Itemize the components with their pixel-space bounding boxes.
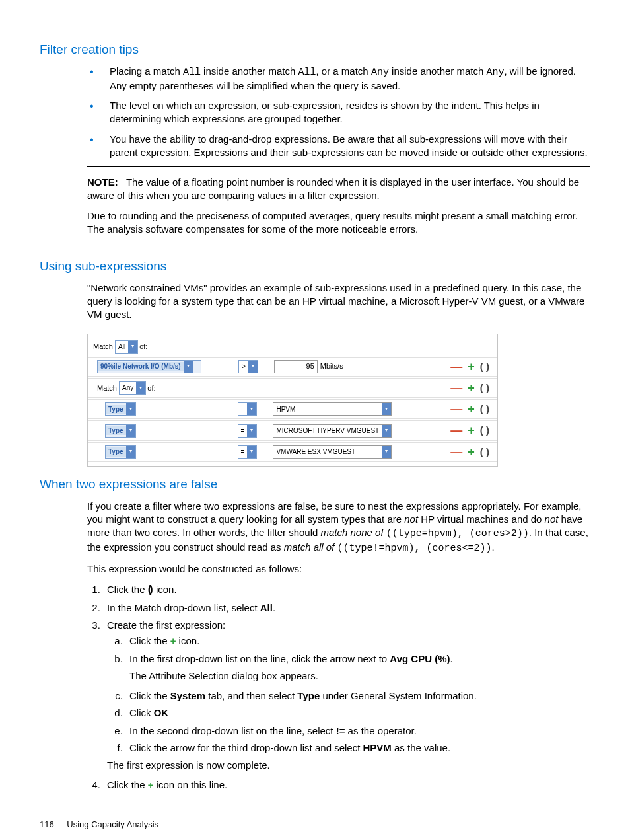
group-icon[interactable]: ( ): [480, 360, 489, 373]
subexpr-intro: "Network constrained VMs" provides an ex…: [87, 282, 590, 322]
chevron-down-icon: ▾: [247, 446, 256, 458]
step-item: Click the ( ) icon.: [103, 582, 590, 597]
field-dropdown[interactable]: Type▾: [105, 424, 136, 438]
substep-item: Click OK: [125, 706, 590, 720]
group-icon[interactable]: ( ): [480, 424, 489, 437]
remove-icon[interactable]: —: [450, 359, 462, 375]
add-icon[interactable]: +: [468, 444, 475, 460]
page-number: 116: [40, 819, 54, 831]
value-dropdown[interactable]: MICROSOFT HYPERV VMGUEST▾: [273, 424, 392, 438]
chevron-down-icon: ▾: [382, 425, 391, 437]
value-input[interactable]: 95: [274, 360, 318, 373]
tip-item: The level on which an expression, or sub…: [87, 99, 590, 126]
heading-two-false: When two expressions are false: [40, 476, 590, 493]
substeps-list: Click the + icon. In the first drop-down…: [107, 634, 590, 755]
operator-dropdown[interactable]: =▾: [238, 424, 258, 438]
step-item: Click the + icon on this line.: [103, 779, 590, 792]
chevron-down-icon: ▾: [136, 382, 145, 394]
field-dropdown[interactable]: Type▾: [105, 402, 136, 416]
chevron-down-icon: ▾: [126, 446, 135, 458]
heading-subexpr: Using sub-expressions: [40, 258, 590, 275]
substep-item: Click the + icon.: [125, 634, 590, 648]
field-dropdown[interactable]: Type▾: [105, 445, 136, 459]
tips-list: Placing a match All inside another match…: [87, 65, 590, 160]
value-dropdown[interactable]: HPVM▾: [273, 402, 392, 416]
chevron-down-icon: ▾: [382, 446, 391, 458]
chevron-down-icon: ▾: [128, 341, 137, 353]
heading-filter-tips: Filter creation tips: [40, 41, 590, 58]
match-dropdown[interactable]: Any▾: [119, 381, 146, 395]
remove-icon[interactable]: —: [450, 422, 462, 438]
substep-item: In the second drop-down list on the line…: [125, 724, 590, 738]
value-dropdown[interactable]: VMWARE ESX VMGUEST▾: [273, 445, 392, 459]
operator-dropdown[interactable]: =▾: [238, 402, 258, 416]
operator-dropdown[interactable]: =▾: [238, 445, 258, 459]
page-footer: 116 Using Capacity Analysis: [40, 819, 590, 831]
steps-list: Click the ( ) icon. In the Match drop-do…: [87, 582, 590, 792]
substep-item: Click the arrow for the third drop-down …: [125, 742, 590, 755]
match-dropdown[interactable]: All▾: [115, 340, 138, 354]
operator-dropdown[interactable]: >▾: [238, 360, 258, 373]
add-icon[interactable]: +: [468, 380, 475, 396]
step-item: Create the first expression: Click the +…: [103, 619, 590, 772]
group-icon[interactable]: ( ): [480, 402, 489, 416]
group-icon[interactable]: ( ): [480, 445, 489, 459]
two-false-intro: If you create a filter where two express…: [87, 500, 590, 556]
chevron-down-icon: ▾: [247, 425, 256, 437]
remove-icon[interactable]: —: [450, 401, 462, 417]
chevron-down-icon: ▾: [126, 403, 135, 415]
add-icon[interactable]: +: [468, 422, 475, 438]
remove-icon[interactable]: —: [450, 380, 462, 396]
note-box: NOTE: The value of a floating point numb…: [87, 166, 590, 248]
group-icon[interactable]: ( ): [480, 381, 489, 395]
filter-builder-screenshot: Match All▾ of: 90%ile Network I/O (Mb/s)…: [87, 334, 498, 467]
substep-item: In the first drop-down list on the line,…: [125, 652, 590, 683]
tip-item: Placing a match All inside another match…: [87, 65, 590, 93]
tip-item: You have the ability to drag-and-drop ex…: [87, 133, 590, 160]
constructed-as: This expression would be constructed as …: [87, 562, 590, 576]
add-icon[interactable]: +: [468, 359, 475, 375]
step-item: In the Match drop-down list, select All.: [103, 601, 590, 615]
chevron-down-icon: ▾: [247, 403, 256, 415]
chevron-down-icon: ▾: [382, 403, 391, 415]
footer-title: Using Capacity Analysis: [67, 820, 158, 829]
remove-icon[interactable]: —: [450, 444, 462, 460]
chevron-down-icon: ▾: [248, 361, 258, 373]
paren-icon: ( ): [148, 583, 153, 595]
substep-item: Click the System tab, and then select Ty…: [125, 689, 590, 703]
note-label: NOTE:: [87, 176, 118, 188]
field-dropdown[interactable]: 90%ile Network I/O (Mb/s)▾: [97, 360, 201, 373]
add-icon[interactable]: +: [468, 401, 475, 417]
chevron-down-icon: ▾: [184, 361, 193, 373]
chevron-down-icon: ▾: [126, 425, 135, 437]
